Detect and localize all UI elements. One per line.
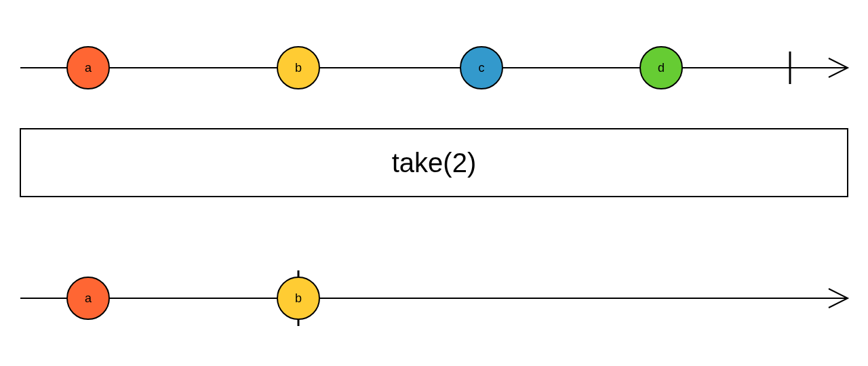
operator-label: take(2): [392, 148, 477, 178]
result-marble-1: b: [277, 277, 319, 319]
result-marble-0: a: [67, 277, 109, 319]
source-marble-3: d: [640, 47, 682, 89]
source-timeline: abcd: [20, 47, 848, 89]
source-marble-0-label: a: [85, 61, 92, 75]
source-marble-1-label: b: [295, 61, 302, 75]
result-marble-0-label: a: [85, 291, 92, 305]
result-timeline: ab: [20, 270, 848, 326]
marble-diagram: abcdtake(2)ab: [0, 0, 868, 366]
source-marble-3-label: d: [658, 61, 665, 75]
source-marble-0: a: [67, 47, 109, 89]
source-marble-2-label: c: [479, 61, 485, 75]
source-marble-1: b: [277, 47, 319, 89]
operator-box: take(2): [20, 129, 848, 197]
source-marble-2: c: [460, 47, 502, 89]
result-marble-1-label: b: [295, 291, 302, 305]
